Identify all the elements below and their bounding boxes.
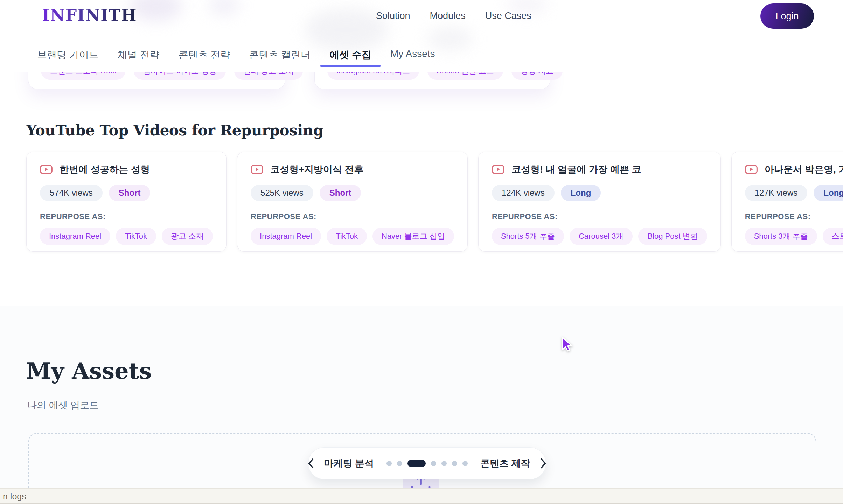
views-badge: 127K views	[745, 185, 808, 201]
carousel-dot-active[interactable]	[407, 460, 426, 467]
repurpose-tag: Carousel 3개	[570, 227, 633, 245]
repurpose-tag: Instagram Reel	[40, 227, 110, 245]
tab-content-calendar[interactable]: 콘텐츠 캘린더	[249, 48, 311, 69]
main-nav: Solution Modules Use Cases	[376, 10, 531, 21]
repurpose-tag: Naver 블로그 삽입	[372, 227, 454, 245]
nav-item-modules[interactable]: Modules	[430, 10, 466, 21]
repurpose-tag: Blog Post 변환	[638, 227, 707, 245]
carousel-dot[interactable]	[462, 461, 468, 466]
decorative-blob	[427, 27, 473, 50]
video-type-badge: Long	[814, 185, 843, 201]
mouse-cursor	[559, 336, 575, 352]
video-card[interactable]: 코성형+지방이식 전후 525K views Short REPURPOSE A…	[237, 152, 468, 252]
tab-bar: 브랜딩 가이드 채널 전략 콘텐츠 전략 콘텐츠 캘린더 에셋 수집 My As…	[37, 48, 435, 69]
carousel-dot[interactable]	[386, 461, 392, 466]
repurpose-tag: Shorts 3개 추출	[745, 227, 817, 245]
views-badge: 124K views	[492, 185, 555, 201]
carousel-prev-label[interactable]: 마케팅 분석	[324, 457, 374, 470]
repurpose-tag: TikTok	[327, 227, 367, 245]
carousel-dots	[386, 460, 468, 467]
repurpose-label: REPURPOSE AS:	[492, 212, 707, 221]
views-badge: 525K views	[251, 185, 313, 201]
youtube-icon	[745, 165, 758, 174]
repurpose-tag: 스토리 시리즈	[823, 227, 843, 245]
repurpose-label: REPURPOSE AS:	[251, 212, 454, 221]
repurpose-label: REPURPOSE AS:	[745, 212, 843, 221]
video-type-badge: Short	[109, 185, 151, 201]
nav-item-solution[interactable]: Solution	[376, 10, 410, 21]
module-carousel: 마케팅 분석 콘텐츠 제작	[308, 447, 546, 479]
app-header: INFINITH Solution Modules Use Cases Logi…	[0, 0, 843, 72]
carousel-dot[interactable]	[397, 461, 402, 466]
youtube-icon	[251, 165, 263, 174]
repurpose-tag: TikTok	[116, 227, 156, 245]
carousel-dot[interactable]	[452, 461, 457, 466]
carousel-dot[interactable]	[441, 461, 447, 466]
repurpose-tag: Instagram Reel	[251, 227, 321, 245]
chevron-left-icon[interactable]	[307, 458, 315, 469]
carousel-next-label[interactable]: 콘텐츠 제작	[480, 457, 530, 470]
decorative-blob	[208, 0, 240, 15]
carousel-dot[interactable]	[431, 461, 436, 466]
video-type-badge: Long	[561, 185, 601, 201]
youtube-icon	[40, 165, 53, 174]
video-card-grid: 한번에 성공하는 성형 574K views Short REPURPOSE A…	[26, 152, 817, 252]
video-type-badge: Short	[320, 185, 361, 201]
logo[interactable]: INFINITH	[42, 6, 137, 24]
repurpose-tag: 광고 소재	[162, 227, 213, 245]
section-title-my-assets: My Assets	[26, 358, 152, 384]
tab-my-assets[interactable]: My Assets	[390, 48, 435, 67]
section-title-youtube: YouTube Top Videos for Repurposing	[26, 122, 323, 139]
video-card[interactable]: 한번에 성공하는 성형 574K views Short REPURPOSE A…	[26, 152, 227, 252]
repurpose-label: REPURPOSE AS:	[40, 212, 213, 221]
video-title: 코성형+지방이식 전후	[270, 163, 363, 176]
repurpose-tag: Shorts 5개 추출	[492, 227, 564, 245]
youtube-icon	[492, 165, 504, 174]
video-title: 한번에 성공하는 성형	[60, 163, 150, 176]
video-title: 코성형! 내 얼굴에 가장 예쁜 코	[511, 163, 641, 176]
decorative-blob	[130, 0, 182, 21]
page: 브랜드 스토리 Reel 웹사이트 히어로 영상 인쇄 광고 소재 Instag…	[0, 0, 843, 504]
tab-asset-collection[interactable]: 에셋 수집	[329, 48, 371, 69]
video-title: 아나운서 박은영, 가슴 할 결심	[765, 163, 843, 176]
video-card[interactable]: 코성형! 내 얼굴에 가장 예쁜 코 124K views Long REPUR…	[478, 152, 721, 252]
tab-channel-strategy[interactable]: 채널 전략	[118, 48, 160, 69]
status-bar-text: n logs	[3, 491, 26, 502]
views-badge: 574K views	[40, 185, 103, 201]
login-button[interactable]: Login	[760, 4, 814, 29]
tab-branding-guide[interactable]: 브랜딩 가이드	[37, 48, 99, 69]
video-card[interactable]: 아나운서 박은영, 가슴 할 결심 127K views Long REPURP…	[731, 152, 843, 252]
nav-item-use-cases[interactable]: Use Cases	[485, 10, 531, 21]
my-assets-subtitle: 나의 에셋 업로드	[27, 399, 99, 412]
tab-content-strategy[interactable]: 콘텐츠 전략	[179, 48, 230, 69]
chevron-right-icon[interactable]	[539, 458, 547, 469]
status-bar: n logs	[0, 488, 843, 504]
